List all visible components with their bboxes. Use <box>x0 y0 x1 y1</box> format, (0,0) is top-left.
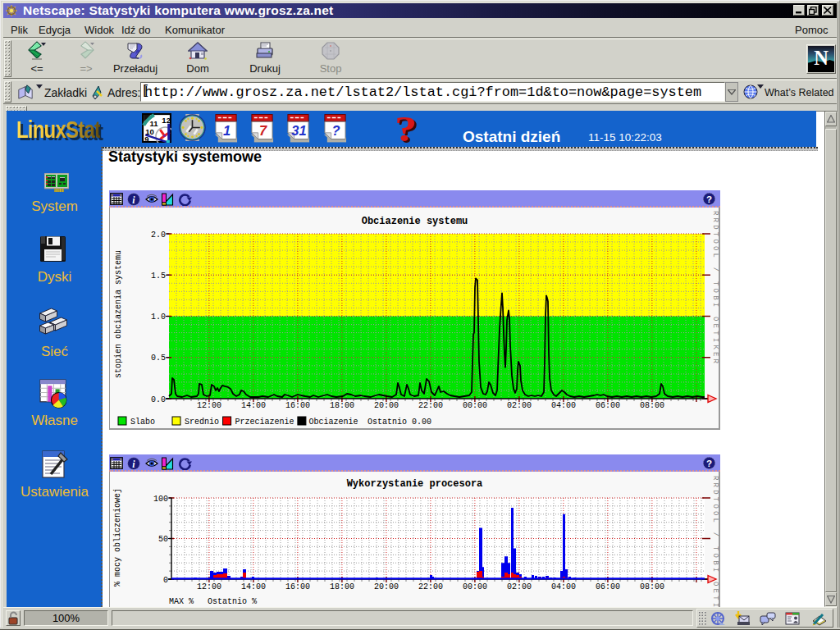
svg-text:% mocy obliczeniowej: % mocy obliczeniowej <box>113 488 122 587</box>
svg-text:04:00: 04:00 <box>551 582 576 591</box>
svg-text:stopien obciazenia systemu: stopien obciazenia systemu <box>114 250 123 378</box>
svg-text:50: 50 <box>158 535 168 544</box>
svg-text:Wykorzystanie procesora: Wykorzystanie procesora <box>347 478 483 490</box>
svg-text:06:00: 06:00 <box>596 582 620 591</box>
svg-text:18:00: 18:00 <box>330 401 354 410</box>
svg-text:02:00: 02:00 <box>507 582 532 591</box>
svg-text:100: 100 <box>153 495 168 504</box>
svg-text:Obciazenie: Obciazenie <box>308 418 358 427</box>
svg-text:06:00: 06:00 <box>596 401 620 410</box>
svg-text:16:00: 16:00 <box>285 401 310 410</box>
svg-text:31: 31 <box>291 123 306 138</box>
svg-text:Obciazenie systemu: Obciazenie systemu <box>362 216 468 227</box>
svg-text:14:00: 14:00 <box>241 401 266 410</box>
svg-text:00:00: 00:00 <box>463 582 487 591</box>
svg-text:22:00: 22:00 <box>418 401 443 410</box>
svg-text:MAX %: MAX % <box>169 597 194 606</box>
svg-text:Przeciazenie: Przeciazenie <box>235 418 294 427</box>
svg-text:12: 12 <box>162 116 171 125</box>
svg-text:?: ? <box>331 123 340 138</box>
svg-text:Ostatnio 0.00: Ostatnio 0.00 <box>368 418 431 427</box>
svg-text:14:00: 14:00 <box>241 582 266 591</box>
svg-text:18:00: 18:00 <box>330 582 354 591</box>
svg-text:12:00: 12:00 <box>197 582 221 591</box>
svg-text:20:00: 20:00 <box>374 401 399 410</box>
svg-text:16:00: 16:00 <box>285 582 310 591</box>
svg-text:11: 11 <box>150 119 159 128</box>
svg-text:12:00: 12:00 <box>197 401 221 410</box>
svg-text:1: 1 <box>223 123 231 138</box>
svg-text:RRDTOOL / TOBI OETIKER: RRDTOOL / TOBI OETIKER <box>711 211 719 366</box>
svg-text:22:00: 22:00 <box>418 582 443 591</box>
svg-text:Ostatnio %: Ostatnio % <box>208 597 257 606</box>
svg-text:N: N <box>814 47 829 69</box>
svg-text:?: ? <box>706 459 712 468</box>
svg-text:20:00: 20:00 <box>374 582 399 591</box>
svg-text:00:00: 00:00 <box>463 401 487 410</box>
svg-text:0.0: 0.0 <box>151 395 166 404</box>
svg-text:7: 7 <box>259 123 267 138</box>
svg-text:0: 0 <box>163 576 168 585</box>
svg-text:1.5: 1.5 <box>151 272 166 281</box>
svg-text:04:00: 04:00 <box>551 401 576 410</box>
svg-text:?: ? <box>706 194 712 204</box>
svg-text:RRDTOOL / TOBI OETIKER: RRDTOOL / TOBI OETIKER <box>711 476 719 607</box>
svg-text:2.0: 2.0 <box>151 231 166 240</box>
svg-text:Slabo: Slabo <box>130 418 155 427</box>
svg-text:Srednio: Srednio <box>185 418 219 427</box>
svg-text:0.5: 0.5 <box>151 354 166 363</box>
svg-text:08:00: 08:00 <box>640 401 664 410</box>
svg-text:08:00: 08:00 <box>640 582 664 591</box>
svg-text:1.0: 1.0 <box>151 313 166 322</box>
svg-text:02:00: 02:00 <box>507 401 532 410</box>
